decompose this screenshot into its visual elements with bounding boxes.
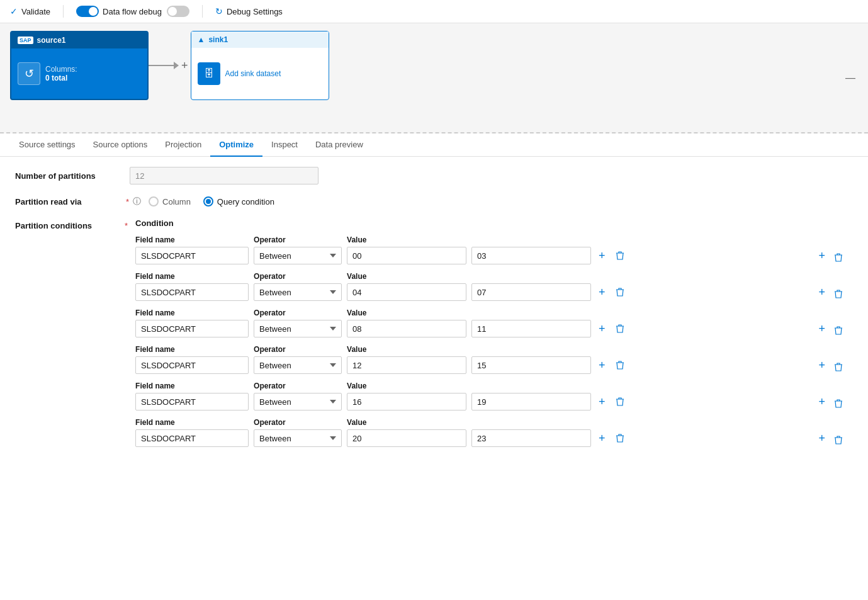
tab-source-options[interactable]: Source options xyxy=(84,133,157,157)
radio-query[interactable]: Query condition xyxy=(203,196,274,207)
operator-label-4: Operator xyxy=(254,345,342,354)
operator-select-4[interactable]: BetweenEqualsNot EqualsGreater ThanLess … xyxy=(254,356,342,374)
add-node-plus[interactable]: + xyxy=(179,59,191,72)
tab-data-preview[interactable]: Data preview xyxy=(307,133,372,157)
global-delete-btn-3[interactable] xyxy=(831,324,845,337)
partition-conditions-required: * xyxy=(125,221,128,230)
value1-input-6[interactable] xyxy=(347,429,466,447)
operator-select-6[interactable]: BetweenEqualsNot EqualsGreater ThanLess … xyxy=(254,429,342,447)
operator-select-2[interactable]: BetweenEqualsNot EqualsGreater ThanLess … xyxy=(254,283,342,301)
delete-condition-btn-6[interactable] xyxy=(613,432,627,444)
add-sink-text[interactable]: Add sink dataset xyxy=(225,69,281,78)
value2-input-6[interactable] xyxy=(471,429,591,447)
field-input-1[interactable] xyxy=(135,247,249,264)
operator-select-5[interactable]: BetweenEqualsNot EqualsGreater ThanLess … xyxy=(254,393,342,410)
tab-inspect[interactable]: Inspect xyxy=(262,133,307,157)
value1-input-5[interactable] xyxy=(347,393,466,410)
global-delete-btn-2[interactable] xyxy=(831,288,845,300)
operator-label-6: Operator xyxy=(254,418,342,427)
operator-label-3: Operator xyxy=(254,308,342,317)
global-add-btn-4[interactable]: + xyxy=(816,358,828,373)
conditions-container: Field nameOperatorValueBetweenEqualsNot … xyxy=(135,235,845,447)
toggle-off-knob xyxy=(168,7,177,16)
add-condition-btn-2[interactable]: + xyxy=(596,285,608,300)
minimize-bar[interactable]: — xyxy=(845,72,855,84)
value1-input-4[interactable] xyxy=(347,356,466,374)
field-name-label-6: Field name xyxy=(135,418,249,427)
value2-input-1[interactable] xyxy=(471,247,591,264)
radio-query-circle[interactable] xyxy=(203,196,213,207)
sap-badge: SAP xyxy=(18,37,33,44)
separator-2 xyxy=(202,5,203,18)
value1-input-1[interactable] xyxy=(347,247,466,264)
flow-nodes: SAP source1 ↺ Columns: 0 total + ▲ xyxy=(10,31,858,100)
sink-node[interactable]: ▲ sink1 🗄 Add sink dataset xyxy=(191,31,329,100)
condition-group-1: Field nameOperatorValueBetweenEqualsNot … xyxy=(135,235,845,264)
operator-select-3[interactable]: BetweenEqualsNot EqualsGreater ThanLess … xyxy=(254,320,342,337)
dataflow-debug-toggle[interactable]: Data flow debug xyxy=(76,6,189,17)
add-condition-btn-1[interactable]: + xyxy=(596,248,608,264)
global-add-btn-3[interactable]: + xyxy=(816,321,828,337)
global-add-btn-1[interactable]: + xyxy=(816,248,828,264)
value2-input-3[interactable] xyxy=(471,320,591,337)
field-name-label-4: Field name xyxy=(135,345,249,354)
debug-settings-button[interactable]: ↻ Debug Settings xyxy=(215,6,283,16)
field-input-3[interactable] xyxy=(135,320,249,337)
sink-db-icon: 🗄 xyxy=(204,68,214,79)
value1-input-2[interactable] xyxy=(347,283,466,301)
add-condition-btn-6[interactable]: + xyxy=(596,431,608,446)
toolbar: ✓ Validate Data flow debug ↻ Debug Setti… xyxy=(0,0,868,23)
validate-button[interactable]: ✓ Validate xyxy=(10,6,50,16)
info-icon[interactable]: ⓘ xyxy=(133,196,141,207)
delete-condition-btn-4[interactable] xyxy=(613,359,627,371)
global-add-btn-6[interactable]: + xyxy=(816,431,828,446)
global-add-btn-2[interactable]: + xyxy=(816,285,828,300)
radio-column-circle[interactable] xyxy=(149,196,159,207)
global-delete-btn-5[interactable] xyxy=(831,397,845,410)
value2-input-5[interactable] xyxy=(471,393,591,410)
arrow-head xyxy=(174,62,179,69)
tab-optimize[interactable]: Optimize xyxy=(210,133,262,157)
operator-select-1[interactable]: BetweenEqualsNot EqualsGreater ThanLess … xyxy=(254,247,342,264)
add-condition-btn-5[interactable]: + xyxy=(596,394,608,410)
add-condition-btn-4[interactable]: + xyxy=(596,358,608,373)
canvas-area: SAP source1 ↺ Columns: 0 total + ▲ xyxy=(0,23,868,133)
tab-source-settings[interactable]: Source settings xyxy=(10,133,84,157)
toggle-on[interactable] xyxy=(76,6,99,17)
arrow-connector xyxy=(149,62,179,69)
operator-label-2: Operator xyxy=(254,272,342,281)
add-condition-btn-3[interactable]: + xyxy=(596,321,608,337)
toggle-off[interactable] xyxy=(167,6,189,17)
value-label-3: Value xyxy=(347,308,473,317)
field-name-label-5: Field name xyxy=(135,382,249,390)
condition-group-2: Field nameOperatorValueBetweenEqualsNot … xyxy=(135,272,845,301)
delete-condition-btn-5[interactable] xyxy=(613,395,627,408)
operator-label-1: Operator xyxy=(254,235,342,244)
radio-column[interactable]: Column xyxy=(149,196,191,207)
value-label-4: Value xyxy=(347,345,473,354)
field-name-label-1: Field name xyxy=(135,235,249,244)
global-delete-btn-4[interactable] xyxy=(831,361,845,373)
field-input-2[interactable] xyxy=(135,283,249,301)
source-node-header: SAP source1 xyxy=(11,32,147,48)
delete-condition-btn-2[interactable] xyxy=(613,286,627,298)
global-add-btn-5[interactable]: + xyxy=(816,394,828,410)
value1-input-3[interactable] xyxy=(347,320,466,337)
delete-condition-btn-1[interactable] xyxy=(613,249,627,262)
condition-row-5: BetweenEqualsNot EqualsGreater ThanLess … xyxy=(135,393,845,410)
field-input-4[interactable] xyxy=(135,356,249,374)
source-node-info: Columns: 0 total xyxy=(45,65,77,82)
global-delete-btn-6[interactable] xyxy=(831,434,845,446)
tab-projection[interactable]: Projection xyxy=(156,133,210,157)
field-input-6[interactable] xyxy=(135,429,249,447)
field-input-5[interactable] xyxy=(135,393,249,410)
delete-condition-btn-3[interactable] xyxy=(613,322,627,335)
value2-input-2[interactable] xyxy=(471,283,591,301)
field-name-label-2: Field name xyxy=(135,272,249,281)
partitions-input[interactable] xyxy=(130,167,318,184)
arrow-line xyxy=(149,65,174,66)
source-node[interactable]: SAP source1 ↺ Columns: 0 total xyxy=(10,31,149,100)
separator-1 xyxy=(63,5,64,18)
value2-input-4[interactable] xyxy=(471,356,591,374)
global-delete-btn-1[interactable] xyxy=(831,251,845,264)
